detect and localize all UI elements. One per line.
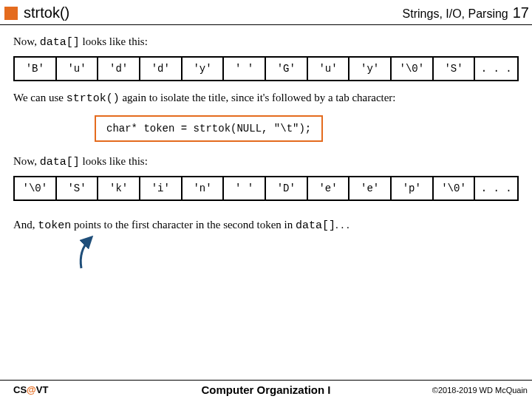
- header-right: Strings, I/O, Parsing 17: [403, 4, 529, 21]
- array-diagram-2: '\0' 'S' 'k' 'i' 'n' ' ' 'D' 'e' 'e' 'p'…: [13, 176, 519, 201]
- array-cell: 'e': [349, 177, 392, 200]
- text: CS: [13, 384, 27, 395]
- array-cell: 'B': [15, 58, 57, 80]
- pointer-arrow-icon: [75, 236, 105, 270]
- array-cell: . . .: [475, 58, 517, 80]
- array-cell: . . .: [475, 177, 517, 200]
- text: We can use: [13, 92, 66, 103]
- array-cell: '\0': [434, 177, 476, 200]
- header-left: strtok(): [4, 4, 69, 21]
- text-line-2: We can use strtok() again to isolate the…: [13, 92, 519, 105]
- text: looks like this:: [80, 35, 148, 47]
- code-inline: data[]: [296, 219, 335, 232]
- bullet-icon: [4, 7, 18, 20]
- text: VT: [36, 384, 49, 395]
- code-inline: data[]: [40, 36, 80, 49]
- code-inline: strtok(): [66, 92, 120, 105]
- footer-logo: CS@VT: [13, 384, 48, 395]
- footer-title: Computer Organization I: [201, 383, 330, 396]
- array-cell: 'y': [183, 58, 225, 80]
- array-cell: 'u': [57, 58, 99, 80]
- text: again to isolate the title, since it's f…: [120, 92, 396, 103]
- array-cell: '\0': [15, 177, 57, 200]
- array-cell: 'D': [266, 177, 308, 200]
- array-cell: ' ': [224, 177, 266, 200]
- array-cell: 'n': [183, 177, 225, 200]
- array-cell: 'u': [308, 58, 350, 80]
- array-cell: 'e': [308, 177, 350, 200]
- array-cell: ' ': [224, 58, 266, 80]
- array-diagram-1: 'B' 'u' 'd' 'd' 'y' ' ' 'G' 'u' 'y' '\0'…: [13, 56, 519, 81]
- text-line-3: Now, data[] looks like this:: [13, 155, 519, 168]
- array-cell: '\0': [392, 58, 434, 80]
- section-name: Strings, I/O, Parsing: [403, 7, 508, 21]
- array-cell: 'd': [140, 58, 183, 80]
- slide-header: strtok() Strings, I/O, Parsing 17: [0, 0, 532, 25]
- text: Now,: [13, 35, 40, 47]
- array-cell: 'i': [140, 177, 183, 200]
- text: . . .: [335, 219, 349, 231]
- array-cell: 'S': [57, 177, 99, 200]
- text: @: [27, 384, 36, 395]
- code-inline: token: [38, 219, 71, 232]
- slide-number: 17: [513, 4, 529, 21]
- slide-content: Now, data[] looks like this: 'B' 'u' 'd'…: [0, 25, 532, 232]
- text-line-1: Now, data[] looks like this:: [13, 35, 519, 49]
- text: points to the first character in the sec…: [71, 219, 296, 231]
- array-cell: 'y': [349, 58, 392, 80]
- slide-footer: CS@VT Computer Organization I ©2018-2019…: [0, 380, 532, 399]
- array-cell: 'G': [266, 58, 308, 80]
- array-cell: 'S': [434, 58, 476, 80]
- code-inline: data[]: [40, 156, 80, 168]
- array-cell: 'p': [392, 177, 434, 200]
- footer-copyright: ©2018-2019 WD McQuain: [432, 386, 528, 395]
- text: And,: [13, 219, 38, 231]
- array-cell: 'd': [98, 58, 140, 80]
- text-line-4: And, token points to the first character…: [13, 219, 519, 232]
- code-box: char* token = strtok(NULL, "\t");: [95, 115, 323, 142]
- array-cell: 'k': [98, 177, 140, 200]
- text: Now,: [13, 155, 40, 167]
- text: looks like this:: [80, 155, 148, 167]
- slide-title: strtok(): [24, 4, 69, 21]
